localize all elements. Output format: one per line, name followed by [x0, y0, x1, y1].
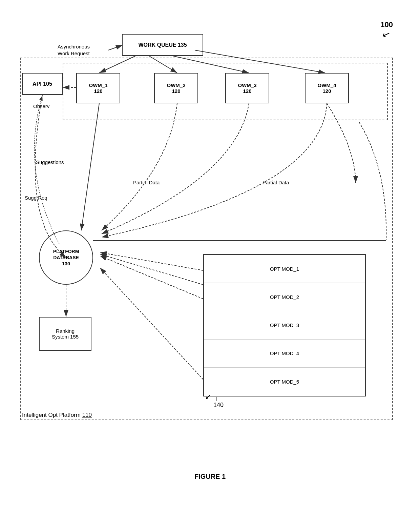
- diagram-container: { "figure": { "number": "100", "caption"…: [0, 0, 420, 510]
- partial-data-2-label: Partial Data: [262, 180, 289, 185]
- svg-line-3: [108, 45, 123, 50]
- figure-arrow-icon: ↙: [381, 28, 392, 41]
- partial-data-1-label: Partial Data: [133, 180, 160, 185]
- observ-label: Observ: [33, 103, 49, 109]
- platform-label: Intelligent Opt Platform 110: [22, 412, 92, 419]
- sugg-req-label: Sugg Req: [25, 195, 47, 201]
- figure-caption: FIGURE 1: [0, 473, 420, 481]
- opt-container-number: 140: [213, 402, 224, 409]
- async-request-label: AsynchronousWork Request: [58, 43, 90, 57]
- platform-outer-box: [20, 58, 393, 420]
- suggestions-label: Suggestions: [36, 159, 64, 165]
- figure-number: 100: [380, 20, 393, 29]
- arrow-140-icon: ↙: [205, 392, 211, 401]
- work-queue-box: WORK QUEUE 135: [122, 34, 203, 56]
